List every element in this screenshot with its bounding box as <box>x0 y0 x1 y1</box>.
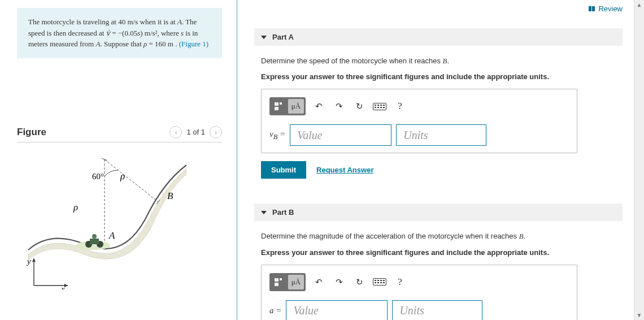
scroll-down-icon: ▼ <box>634 310 644 320</box>
figure-heading: Figure <box>17 127 169 138</box>
reset-button[interactable]: ↻ <box>352 100 367 113</box>
figure-rho-left: ρ <box>73 202 78 213</box>
keyboard-button[interactable] <box>372 100 387 113</box>
svg-rect-7 <box>90 239 99 244</box>
svg-rect-16 <box>275 278 279 282</box>
figure-point-a: A <box>108 230 115 241</box>
figure-next-button[interactable]: › <box>210 126 222 139</box>
svg-rect-15 <box>275 107 279 110</box>
figure-pager-text: 1 of 1 <box>186 128 205 136</box>
part-a-instructions: Express your answer to three significant… <box>261 72 617 82</box>
svg-rect-18 <box>275 283 279 286</box>
svg-line-1 <box>105 159 158 202</box>
svg-rect-14 <box>280 102 282 105</box>
symbols-button[interactable]: μÅ <box>288 99 304 114</box>
part-b-units-input[interactable]: Units <box>392 300 482 320</box>
part-a-request-answer-link[interactable]: Request Answer <box>316 166 373 174</box>
part-b-header[interactable]: Part B <box>254 204 623 221</box>
svg-rect-17 <box>280 278 282 280</box>
collapse-icon <box>261 211 267 214</box>
undo-button[interactable]: ↶ <box>311 100 326 113</box>
figure-image: 60° ρ ρ A B x y <box>17 148 203 295</box>
part-a-submit-button[interactable]: Submit <box>261 161 306 179</box>
page-scrollbar[interactable]: ▲ ▼ <box>634 0 644 320</box>
figure-rho-right: ρ <box>120 171 125 181</box>
redo-button[interactable]: ↷ <box>332 100 346 113</box>
part-a-value-input[interactable]: Value <box>290 124 391 146</box>
figure-prev-button[interactable]: ‹ <box>169 126 182 139</box>
part-b-question: Determine the magnitude of the accelerat… <box>261 231 617 241</box>
svg-marker-11 <box>64 284 68 287</box>
figure-angle-label: 60° <box>92 172 104 181</box>
templates-button[interactable] <box>271 275 287 289</box>
part-a-lhs: vB = <box>269 129 285 141</box>
review-link[interactable]: Review <box>589 5 623 13</box>
part-a-header[interactable]: Part A <box>254 28 623 46</box>
review-icon <box>589 6 595 11</box>
templates-button[interactable] <box>271 99 287 114</box>
figure-point-b: B <box>167 191 173 201</box>
collapse-icon <box>261 36 267 39</box>
part-b-value-input[interactable]: Value <box>286 300 388 320</box>
part-a-units-input[interactable]: Units <box>396 124 486 146</box>
figure-ref-link[interactable]: (Figure 1) <box>179 40 208 48</box>
part-b-instructions: Express your answer to three significant… <box>261 248 617 258</box>
scroll-up-icon: ▲ <box>634 0 644 10</box>
symbols-button[interactable]: μÅ <box>288 275 304 289</box>
part-b-lhs: a = <box>269 306 281 315</box>
figure-x-axis: x <box>60 284 65 289</box>
part-b-answer-area: μÅ ↶ ↷ ↻ ? a = Value Units <box>261 265 577 320</box>
svg-point-8 <box>92 234 97 239</box>
figure-y-axis: y <box>26 257 31 266</box>
help-button[interactable]: ? <box>393 276 407 288</box>
svg-rect-13 <box>275 102 279 106</box>
part-a-question: Determine the speed of the motorcycle wh… <box>261 56 617 66</box>
redo-button[interactable]: ↷ <box>332 276 346 288</box>
part-a-answer-area: μÅ ↶ ↷ ↻ ? vB = Value Units <box>261 89 577 153</box>
problem-statement: The motorcycle is traveling at 40 m/s wh… <box>17 8 222 58</box>
reset-button[interactable]: ↻ <box>352 276 367 288</box>
keyboard-button[interactable] <box>372 276 387 288</box>
undo-button[interactable]: ↶ <box>311 276 326 288</box>
svg-marker-12 <box>32 258 36 262</box>
help-button[interactable]: ? <box>393 100 407 113</box>
